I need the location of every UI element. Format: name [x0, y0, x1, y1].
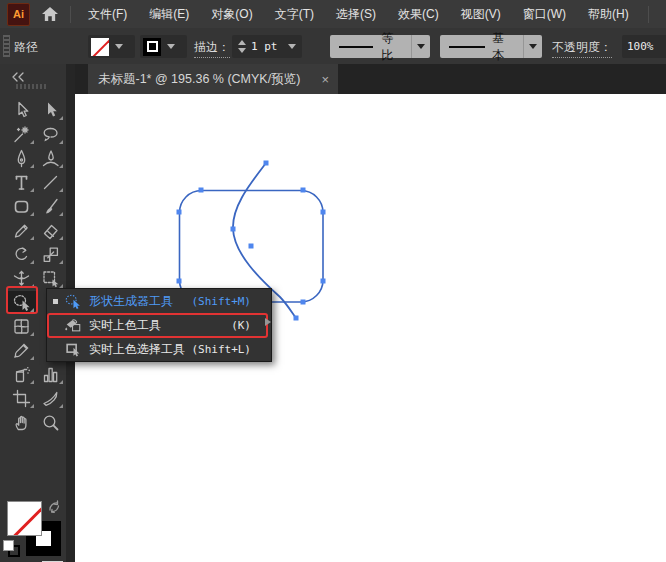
rotate-tool[interactable] [8, 243, 36, 266]
eyedropper-tool[interactable] [8, 339, 36, 362]
chevron-down-icon [167, 44, 175, 49]
flyout-item-label: 实时上色工具 [89, 317, 161, 334]
pen-tool[interactable] [8, 147, 36, 170]
rounded-rectangle-tool[interactable] [8, 195, 36, 218]
live-paint-selection-icon [63, 340, 83, 358]
control-bar: 路径 描边： 1 pt 等比 基本 不透明度： [0, 28, 666, 65]
scale-tool[interactable] [37, 243, 65, 266]
curvature-tool[interactable] [37, 147, 65, 170]
flyout-item-shortcut: (K) [231, 319, 251, 332]
lasso-tool[interactable] [37, 123, 65, 146]
step-down-icon[interactable] [238, 48, 246, 53]
document-tab-bar: 未标题-1* @ 195.36 % (CMYK/预览) × [75, 64, 666, 94]
app-logo[interactable]: Ai [7, 3, 30, 26]
flyout-item-shortcut: (Shift+L) [191, 343, 251, 356]
panel-drag-grip[interactable] [16, 84, 48, 89]
document-tab[interactable]: 未标题-1* @ 195.36 % (CMYK/预览) × [88, 64, 338, 94]
magic-wand-tool[interactable] [8, 123, 36, 146]
document-title: 未标题-1* @ 195.36 % (CMYK/预览) [98, 71, 300, 88]
fill-none-swatch-icon [91, 38, 109, 56]
stroke-profile-line-icon [339, 46, 373, 48]
width-profile-value: 等比 [381, 30, 403, 64]
stroke-weight-value[interactable]: 1 pt [251, 40, 278, 53]
panel-grip[interactable] [3, 35, 10, 57]
flyout-item-live-paint-selection[interactable]: 实时上色选择工具 (Shift+L) [47, 337, 271, 361]
flyout-item-label: 形状生成器工具 [89, 293, 173, 310]
hand-tool[interactable] [8, 411, 36, 434]
opacity-value-field[interactable]: 100% [622, 35, 666, 58]
shape-builder-tool[interactable] [8, 291, 36, 314]
brush-definition-dropdown[interactable]: 基本 [440, 35, 542, 58]
menu-file[interactable]: 文件(F) [77, 0, 138, 28]
step-up-icon[interactable] [238, 40, 246, 45]
fill-color-dropdown[interactable] [88, 35, 135, 58]
flyout-item-shape-builder[interactable]: 形状生成器工具 (Shift+M) [47, 289, 271, 313]
mesh-tool[interactable] [8, 315, 36, 338]
type-tool[interactable] [8, 171, 36, 194]
zoom-tool[interactable] [37, 411, 65, 434]
close-tab-icon[interactable]: × [321, 73, 329, 86]
swap-fill-stroke-icon[interactable] [47, 500, 61, 518]
menu-help[interactable]: 帮助(H) [577, 0, 640, 28]
menu-effect[interactable]: 效果(C) [387, 0, 450, 28]
flyout-item-shortcut: (Shift+M) [191, 295, 251, 308]
stroke-weight-field[interactable]: 1 pt [232, 35, 302, 58]
menu-object[interactable]: 对象(O) [200, 0, 263, 28]
line-segment-tool[interactable] [37, 171, 65, 194]
menu-edit[interactable]: 编辑(E) [138, 0, 200, 28]
chevron-down-icon [523, 35, 542, 58]
home-icon[interactable] [38, 3, 62, 25]
direct-selection-tool[interactable] [8, 99, 36, 122]
artboard-tool[interactable] [8, 387, 36, 410]
flyout-item-label: 实时上色选择工具 [89, 341, 185, 358]
pencil-tool[interactable] [8, 219, 36, 242]
fill-proxy-none[interactable] [7, 501, 42, 536]
illustrator-window: Ai 文件(F) 编辑(E) 对象(O) 文字(T) 选择(S) 效果(C) 视… [0, 0, 666, 562]
live-paint-bucket-icon [63, 316, 83, 334]
tool-grid [7, 98, 65, 434]
symbol-sprayer-tool[interactable] [8, 363, 36, 386]
indicator-spacer [53, 323, 58, 328]
default-fill-stroke-icon[interactable] [3, 540, 19, 556]
tool-flyout-menu: 形状生成器工具 (Shift+M) 实时上色工具 (K) 实时上色选择工具 (S… [46, 288, 272, 362]
stroke-panel-link[interactable]: 描边： [194, 39, 230, 58]
stroke-weight-stepper[interactable] [238, 40, 246, 53]
menu-separator [648, 6, 649, 23]
column-graph-tool[interactable] [37, 363, 65, 386]
eraser-tool[interactable] [37, 219, 65, 242]
stroke-color-dropdown[interactable] [140, 35, 187, 58]
selection-type-label: 路径 [14, 39, 38, 56]
menu-separator [70, 6, 71, 23]
tear-off-arrow-icon [265, 318, 271, 326]
menu-view[interactable]: 视图(V) [450, 0, 512, 28]
slice-tool[interactable] [37, 387, 65, 410]
opacity-panel-link[interactable]: 不透明度： [552, 39, 612, 58]
shape-builder-icon [63, 292, 83, 310]
width-tool[interactable] [8, 267, 36, 290]
indicator-spacer [53, 347, 58, 352]
chevron-down-icon [115, 44, 123, 49]
free-transform-tool[interactable] [37, 267, 65, 290]
menu-select[interactable]: 选择(S) [325, 0, 387, 28]
current-tool-indicator [53, 299, 58, 304]
menu-type[interactable]: 文字(T) [264, 0, 325, 28]
flyout-item-live-paint-bucket[interactable]: 实时上色工具 (K) [47, 313, 271, 337]
chevron-down-icon [288, 44, 296, 49]
menu-bar: Ai 文件(F) 编辑(E) 对象(O) 文字(T) 选择(S) 效果(C) 视… [0, 0, 666, 29]
selection-tool[interactable] [37, 99, 65, 122]
brush-stroke-line-icon [449, 46, 485, 48]
brush-definition-value: 基本 [493, 30, 515, 64]
width-profile-dropdown[interactable]: 等比 [330, 35, 430, 58]
menu-window[interactable]: 窗口(W) [512, 0, 577, 28]
chevron-down-icon [411, 35, 430, 58]
stroke-black-swatch-icon [143, 38, 161, 56]
paintbrush-tool[interactable] [37, 195, 65, 218]
